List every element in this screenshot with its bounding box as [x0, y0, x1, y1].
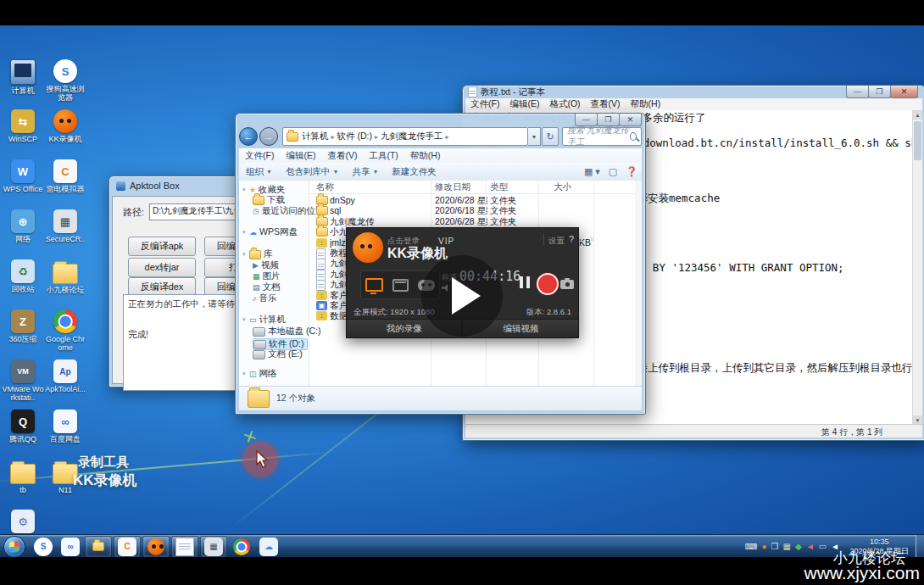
taskbar-app-baidu-netdisk[interactable]: ∞: [58, 537, 83, 557]
close-icon[interactable]: ×: [589, 234, 594, 244]
audio-device-icon[interactable]: ◄: [806, 543, 815, 551]
taskbar-app-baidu-cloud[interactable]: ☁: [256, 537, 281, 557]
views-icon[interactable]: ▦ ▾: [584, 166, 600, 177]
graphics-icon[interactable]: ◆: [795, 543, 802, 551]
taskbar-app-securecrt[interactable]: ▦: [200, 536, 227, 558]
explorer-menu-item[interactable]: 工具(T): [369, 150, 398, 162]
clipboard-icon[interactable]: ❒: [771, 543, 779, 551]
taskbar-app-ld-emulator[interactable]: C: [114, 536, 141, 558]
nav-item-music[interactable]: ♪音乐: [253, 293, 277, 304]
column-header[interactable]: 大小: [554, 181, 571, 193]
notepad-menu-item[interactable]: 帮助(H): [631, 98, 661, 110]
expander-icon[interactable]: ▾: [242, 187, 249, 193]
toolbar-organize[interactable]: 组织▼: [246, 166, 272, 178]
breadcrumb-segment[interactable]: 软件 (D:): [337, 131, 372, 142]
desktop-icon-vmware[interactable]: VMVMware Workstati..: [2, 359, 44, 410]
column-header[interactable]: 名称: [316, 181, 334, 193]
pause-button[interactable]: [520, 276, 530, 288]
search-input[interactable]: 搜索 九剑魔龙传手工: [562, 127, 642, 146]
toolbar-new-folder[interactable]: 新建文件夹: [392, 166, 437, 178]
nav-item-video[interactable]: ▶视频: [253, 260, 279, 270]
expander-icon[interactable]: ▾: [242, 229, 249, 236]
taskbar-app-kk-recorder[interactable]: [142, 536, 170, 558]
file-list-scrollbar[interactable]: [635, 181, 642, 387]
desktop-icon-qq[interactable]: Q腾讯QQ: [2, 410, 44, 460]
nav-item-cloud[interactable]: ▾☁WPS网盘: [242, 227, 298, 237]
nav-item-lib[interactable]: ▾库: [242, 249, 273, 259]
close-button[interactable]: ✕: [890, 86, 918, 98]
toolbar-share[interactable]: 共享▼: [352, 166, 378, 178]
show-desktop-button[interactable]: [916, 535, 924, 558]
forward-button[interactable]: →: [259, 127, 278, 146]
desktop-icon-recycle-bin[interactable]: ♻回收站: [2, 259, 44, 309]
notepad-menu-item[interactable]: 查看(V): [591, 98, 621, 110]
settings-link[interactable]: 设置: [548, 236, 565, 247]
explorer-menu-item[interactable]: 帮助(H): [410, 150, 441, 162]
taskbar-app-sogou-browser[interactable]: S: [31, 537, 56, 557]
screenshot-camera-icon[interactable]: [560, 280, 574, 289]
maximize-button[interactable]: ❐: [868, 86, 891, 98]
expander-icon[interactable]: ▾: [242, 316, 249, 323]
nav-item-disk[interactable]: 文档 (E:): [253, 349, 303, 359]
desktop-icon-wps-office[interactable]: WWPS Office: [2, 159, 44, 209]
desktop-icon-baidu-netdisk[interactable]: ∞百度网盘: [44, 410, 86, 460]
scrollbar-thumb[interactable]: [914, 121, 921, 160]
file-row[interactable]: dnSpy2020/6/28 星期...文件夹: [309, 195, 635, 205]
column-header[interactable]: 类型: [490, 181, 508, 193]
notepad-menu-item[interactable]: 文件(F): [470, 98, 499, 110]
toolbar-include-in-library[interactable]: 包含到库中▼: [286, 166, 338, 178]
nav-item-doc[interactable]: ▤文档: [253, 282, 281, 292]
desktop-icon-sogou-browser[interactable]: S搜狗高速浏览器: [44, 59, 86, 109]
file-row[interactable]: sql2020/6/18 星期...文件夹: [309, 205, 635, 215]
column-header[interactable]: 修改日期: [435, 181, 470, 193]
taskbar-app-explorer[interactable]: [85, 536, 112, 558]
kk-tray-icon[interactable]: ●: [762, 543, 767, 551]
file-row[interactable]: 九剑魔龙传2020/6/28 星期...文件夹: [309, 216, 635, 226]
desktop-icon-xjl-folder[interactable]: 小九楼论坛: [44, 259, 86, 309]
explorer-menu-item[interactable]: 查看(V): [327, 150, 357, 162]
nav-item-image[interactable]: ▦图片: [253, 271, 281, 281]
explorer-menu-item[interactable]: 编辑(E): [286, 150, 315, 162]
expander-icon[interactable]: ▾: [242, 251, 249, 258]
desktop-icon-securecrt[interactable]: ▦SecureCR..: [44, 209, 86, 259]
notepad-scrollbar[interactable]: ▲ ▼: [912, 110, 922, 425]
desktop-icon-winscp[interactable]: ⇆WinSCP: [2, 109, 44, 159]
taskbar-app-notepad[interactable]: [171, 536, 198, 558]
stop-record-button[interactable]: [537, 273, 559, 295]
explorer-menu-item[interactable]: 文件(F): [245, 150, 274, 162]
desktop-icon-ld-emulator[interactable]: C雷电模拟器: [44, 159, 86, 209]
desktop-icon-apktool-aide[interactable]: ApApkToolAi...: [44, 359, 86, 410]
taskbar-app-chrome[interactable]: [229, 537, 254, 557]
help-icon[interactable]: ❓: [626, 166, 637, 177]
minimize-button[interactable]: —: [846, 86, 869, 98]
desktop-icon-kk-recorder[interactable]: KK录像机: [44, 109, 86, 159]
address-dropdown-icon[interactable]: ▼: [528, 127, 541, 146]
notepad-menu-item[interactable]: 编辑(E): [509, 98, 539, 110]
apktool-button[interactable]: dex转jar: [128, 258, 196, 277]
preview-pane-icon[interactable]: ▢: [609, 166, 617, 177]
gallery-icon[interactable]: ▦: [783, 543, 791, 551]
ime-indicator-icon[interactable]: ⌨: [745, 543, 757, 551]
nav-item-folder[interactable]: 下载: [253, 195, 285, 205]
breadcrumb-segment[interactable]: 九剑魔龙传手工: [381, 131, 443, 142]
desktop-icon-chrome[interactable]: Google Chrome: [44, 309, 86, 359]
video-play-overlay[interactable]: [421, 255, 503, 337]
nav-item-network[interactable]: ▾◫网络: [242, 369, 277, 379]
nav-item-computer[interactable]: ▾▭计算机: [242, 315, 286, 325]
breadcrumb-segment[interactable]: 计算机: [302, 131, 329, 142]
fullscreen-mode-icon[interactable]: [365, 278, 383, 292]
start-button[interactable]: [3, 536, 25, 558]
network-icon[interactable]: ▭: [819, 543, 827, 551]
desktop-icon-zip360[interactable]: Z360压缩: [2, 309, 44, 359]
back-button[interactable]: ←: [239, 127, 258, 146]
notepad-menu-item[interactable]: 格式(O): [549, 98, 580, 110]
expander-icon[interactable]: ▾: [242, 370, 249, 377]
address-bar[interactable]: 计算机▸软件 (D:)▸九剑魔龙传手工▸: [282, 127, 528, 146]
help-icon[interactable]: ?: [569, 234, 574, 244]
desktop-icon-network[interactable]: ⊕网络: [2, 209, 44, 259]
desktop-icon-tb-folder[interactable]: tb: [2, 460, 44, 510]
refresh-icon[interactable]: ↻: [542, 127, 559, 146]
window-mode-icon[interactable]: [392, 279, 409, 292]
scroll-up-icon[interactable]: ▲: [913, 110, 922, 120]
desktop-icon-computer[interactable]: 计算机: [2, 59, 44, 109]
